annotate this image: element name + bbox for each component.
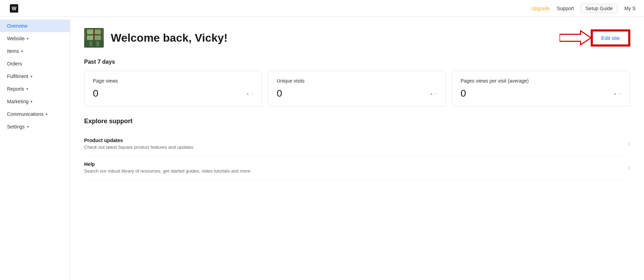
stat-value: 0 bbox=[93, 88, 99, 99]
logo-area: W bbox=[8, 3, 20, 14]
stat-card-unique-visits: Unique visits 0 ▲ -- bbox=[268, 71, 446, 106]
sidebar-item-marketing[interactable]: Marketing ▾ bbox=[0, 95, 70, 108]
sidebar-item-orders[interactable]: Orders bbox=[0, 57, 70, 70]
edit-site-red-box: Edit site bbox=[591, 30, 630, 46]
annotation-arrow bbox=[560, 29, 591, 47]
sidebar: Overview Website ▾ Items ▾ Orders Fulfil… bbox=[0, 17, 70, 280]
sidebar-item-label: Reports bbox=[7, 86, 24, 92]
support-item-content: Product updates Check out latest Square … bbox=[84, 138, 193, 150]
sidebar-item-label: Marketing bbox=[7, 99, 28, 104]
stat-label: Unique visits bbox=[277, 78, 437, 84]
welcome-left: Welcome back, Vicky! bbox=[84, 28, 228, 48]
chevron-down-icon: ▾ bbox=[30, 99, 33, 104]
main-layout: Overview Website ▾ Items ▾ Orders Fulfil… bbox=[0, 17, 644, 280]
stat-label: Pages views per visit (average) bbox=[461, 78, 621, 84]
svg-rect-12 bbox=[96, 41, 99, 46]
site-thumbnail bbox=[84, 28, 104, 48]
support-item-content: Help Search our robust library of resour… bbox=[84, 161, 250, 174]
sidebar-item-overview[interactable]: Overview bbox=[0, 20, 70, 32]
weebly-logo[interactable]: W bbox=[8, 3, 20, 14]
trend-value: -- bbox=[618, 91, 621, 96]
sidebar-item-website[interactable]: Website ▾ bbox=[0, 32, 70, 45]
explore-section: Explore support Product updates Check ou… bbox=[84, 118, 630, 180]
svg-rect-11 bbox=[89, 41, 92, 46]
svg-marker-13 bbox=[560, 31, 591, 45]
welcome-header: Welcome back, Vicky! Edit site bbox=[84, 28, 630, 48]
trend-arrow-icon: ▲ bbox=[430, 92, 433, 96]
svg-rect-9 bbox=[86, 29, 102, 29]
svg-rect-8 bbox=[101, 29, 102, 41]
main-content: Welcome back, Vicky! Edit site Past 7 da… bbox=[70, 17, 644, 280]
sidebar-item-label: Fulfilment bbox=[7, 74, 28, 79]
top-nav: W Upgrade Support Setup Guide My S bbox=[0, 0, 644, 17]
sidebar-item-label: Settings bbox=[7, 124, 25, 130]
sidebar-item-label: Orders bbox=[7, 61, 22, 66]
chevron-down-icon: ▾ bbox=[26, 87, 28, 91]
sidebar-item-communications[interactable]: Communications ▾ bbox=[0, 108, 70, 120]
svg-text:W: W bbox=[12, 6, 16, 11]
stat-trend: ▲ -- bbox=[430, 91, 438, 96]
edit-site-button[interactable]: Edit site bbox=[592, 31, 629, 45]
sidebar-item-label: Items bbox=[7, 48, 19, 54]
chevron-down-icon: ▾ bbox=[27, 125, 29, 129]
stat-card-page-views: Page views 0 ▲ -- bbox=[84, 71, 262, 106]
sidebar-item-items[interactable]: Items ▾ bbox=[0, 45, 70, 57]
my-site-link[interactable]: My S bbox=[624, 6, 636, 11]
trend-value: -- bbox=[251, 91, 253, 96]
support-item-title: Help bbox=[84, 161, 250, 167]
sidebar-item-settings[interactable]: Settings ▾ bbox=[0, 120, 70, 133]
edit-site-area: Edit site bbox=[560, 29, 630, 47]
stats-cards: Page views 0 ▲ -- Unique visits 0 bbox=[84, 71, 630, 106]
chevron-down-icon: ▾ bbox=[21, 49, 23, 54]
stat-value-row: 0 ▲ -- bbox=[461, 88, 621, 99]
stat-value: 0 bbox=[461, 88, 466, 99]
svg-rect-6 bbox=[86, 34, 102, 35]
chevron-right-icon: › bbox=[628, 141, 630, 147]
support-item-desc: Search our robust library of resources, … bbox=[84, 168, 250, 174]
stats-section: Past 7 days Page views 0 ▲ -- Unique vis… bbox=[84, 59, 630, 106]
chevron-down-icon: ▾ bbox=[27, 36, 29, 41]
chevron-down-icon: ▾ bbox=[30, 74, 33, 79]
stat-trend: ▲ -- bbox=[614, 91, 621, 96]
upgrade-link[interactable]: Upgrade bbox=[531, 6, 550, 11]
sidebar-item-fulfilment[interactable]: Fulfilment ▾ bbox=[0, 70, 70, 83]
svg-rect-10 bbox=[84, 41, 104, 48]
chevron-right-icon: › bbox=[628, 164, 630, 171]
welcome-title: Welcome back, Vicky! bbox=[111, 31, 228, 44]
stat-trend: ▲ -- bbox=[246, 91, 253, 96]
stat-value: 0 bbox=[277, 88, 282, 99]
stat-card-pages-per-visit: Pages views per visit (average) 0 ▲ -- bbox=[452, 71, 630, 106]
setup-guide-link[interactable]: Setup Guide bbox=[581, 4, 617, 13]
sidebar-item-label: Website bbox=[7, 36, 25, 41]
stat-value-row: 0 ▲ -- bbox=[93, 88, 253, 99]
chevron-down-icon: ▾ bbox=[46, 112, 48, 117]
support-item-help[interactable]: Help Search our robust library of resour… bbox=[84, 156, 630, 180]
stat-label: Page views bbox=[93, 78, 253, 84]
sidebar-item-reports[interactable]: Reports ▾ bbox=[0, 83, 70, 95]
stats-period: Past 7 days bbox=[84, 59, 630, 65]
trend-value: -- bbox=[435, 91, 438, 96]
top-nav-right: Upgrade Support Setup Guide My S bbox=[531, 4, 636, 13]
trend-arrow-icon: ▲ bbox=[614, 92, 617, 96]
support-item-title: Product updates bbox=[84, 138, 193, 143]
support-item-desc: Check out latest Square product features… bbox=[84, 145, 193, 150]
support-link[interactable]: Support bbox=[557, 6, 574, 11]
support-item-product-updates[interactable]: Product updates Check out latest Square … bbox=[84, 132, 630, 156]
sidebar-item-label: Communications bbox=[7, 111, 43, 117]
trend-arrow-icon: ▲ bbox=[246, 92, 249, 96]
stat-value-row: 0 ▲ -- bbox=[277, 88, 437, 99]
explore-support-title: Explore support bbox=[84, 118, 630, 125]
sidebar-item-label: Overview bbox=[7, 23, 27, 29]
svg-rect-7 bbox=[86, 29, 87, 41]
